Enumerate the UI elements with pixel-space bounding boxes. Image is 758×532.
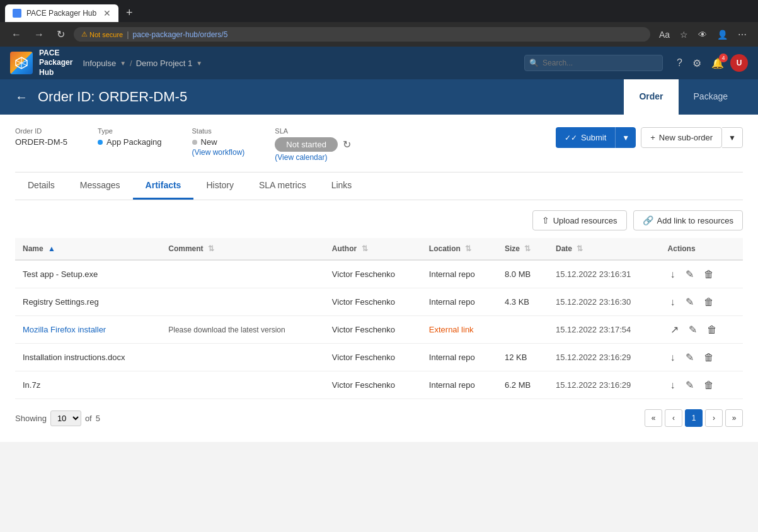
view-calendar-link[interactable]: (View calendar): [275, 153, 351, 162]
view-workflow-link[interactable]: (View workflow): [192, 148, 245, 157]
page-header: ← Order ID: ORDER-DM-5 Order Package: [0, 79, 758, 115]
col-name[interactable]: Name ▲: [15, 238, 161, 260]
actions-cell: ↓✎🗑: [668, 378, 735, 392]
browser-tab-active[interactable]: PACE Packager Hub ✕: [5, 4, 118, 22]
delete-btn[interactable]: 🗑: [704, 323, 720, 337]
location-cell: External link: [429, 325, 474, 334]
app-logo-text: PACE Packager Hub: [39, 48, 72, 78]
date-cell: 15.12.2022 23:16:30: [548, 288, 660, 316]
sort-icon-date: ⇅: [577, 244, 583, 253]
first-page-btn[interactable]: «: [645, 409, 662, 427]
browser-menu-btn[interactable]: ⋯: [734, 27, 750, 42]
back-btn[interactable]: ←: [15, 90, 28, 105]
search-input[interactable]: [524, 55, 663, 71]
order-id-field: Order ID ORDER-DM-5: [15, 127, 67, 147]
showing-text: Showing 10 25 50 of 5: [15, 410, 100, 426]
table-row: In.7zVictor FeschenkoInternal repo6.2 MB…: [15, 371, 743, 399]
edit-btn[interactable]: ✎: [683, 350, 696, 365]
tab-artifacts[interactable]: Artifacts: [133, 173, 194, 200]
date-cell: 15.12.2022 23:16:29: [548, 371, 660, 399]
browser-collections-btn[interactable]: 👁: [694, 27, 711, 42]
breadcrumb-project-link[interactable]: Demo Project 1: [136, 59, 193, 68]
breadcrumb-org-link[interactable]: Infopulse: [83, 59, 116, 68]
tab-order[interactable]: Order: [624, 79, 678, 115]
submit-btn[interactable]: ✓✓ Submit: [556, 127, 615, 148]
order-id-label: Order ID: [15, 127, 67, 135]
sort-icon-author: ⇅: [362, 244, 368, 253]
delete-btn[interactable]: 🗑: [701, 351, 716, 365]
browser-read-mode-btn[interactable]: Aa: [655, 27, 674, 42]
submit-arrow-btn[interactable]: ▼: [615, 127, 636, 148]
browser-url: pace-packager-hub/orders/5: [133, 30, 228, 39]
next-page-btn[interactable]: ›: [705, 409, 723, 427]
file-name: In.7z: [23, 380, 40, 390]
browser-favorites-btn[interactable]: ☆: [676, 27, 692, 42]
artifacts-toolbar: ⇧ Upload resources 🔗 Add link to resourc…: [15, 200, 743, 238]
table-row: Installation instructions.docxVictor Fes…: [15, 344, 743, 371]
col-author[interactable]: Author ⇅: [324, 238, 422, 260]
edit-btn[interactable]: ✎: [686, 322, 699, 337]
browser-profile-btn[interactable]: 👤: [713, 27, 732, 42]
table-row: Test app - Setup.exeVictor FeschenkoInte…: [15, 260, 743, 288]
prev-page-btn[interactable]: ‹: [665, 409, 682, 427]
tab-close-btn[interactable]: ✕: [103, 8, 111, 18]
browser-tab-bar: PACE Packager Hub ✕ +: [0, 0, 758, 22]
file-name: Test app - Setup.exe: [23, 269, 98, 279]
col-date[interactable]: Date ⇅: [548, 238, 660, 260]
browser-back-btn[interactable]: ←: [8, 26, 25, 43]
browser-forward-btn[interactable]: →: [30, 26, 48, 43]
download-btn[interactable]: ↓: [668, 351, 678, 365]
app-breadcrumb: Infopulse ▼ / Demo Project 1 ▼: [83, 59, 202, 68]
page-1-btn[interactable]: 1: [685, 409, 703, 427]
col-location[interactable]: Location ⇅: [422, 238, 497, 260]
submit-btn-wrap: ✓✓ Submit ▼: [556, 127, 636, 148]
browser-nav-bar: ← → ↻ ⚠ Not secure | pace-packager-hub/o…: [0, 22, 758, 47]
col-comment[interactable]: Comment ⇅: [161, 238, 324, 260]
add-link-btn[interactable]: 🔗 Add link to resources: [633, 210, 743, 230]
type-field: Type App Packaging: [98, 127, 161, 147]
notifications-btn[interactable]: 🔔 4: [708, 54, 728, 73]
delete-btn[interactable]: 🗑: [701, 378, 716, 392]
tab-links[interactable]: Links: [319, 173, 365, 200]
status-field: Status New (View workflow): [192, 127, 245, 157]
breadcrumb-sep: /: [130, 59, 132, 68]
download-btn[interactable]: ↓: [668, 268, 678, 281]
tab-package[interactable]: Package: [679, 79, 743, 115]
new-tab-btn[interactable]: +: [121, 4, 138, 22]
tab-history[interactable]: History: [193, 173, 246, 200]
edit-btn[interactable]: ✎: [683, 267, 696, 281]
new-sub-order-arrow-btn[interactable]: ▼: [722, 127, 743, 148]
sort-icon-location: ⇅: [465, 244, 471, 253]
external-link-btn[interactable]: ↗: [668, 322, 681, 337]
last-page-btn[interactable]: »: [725, 409, 743, 427]
actions-cell: ↗✎🗑: [668, 322, 735, 337]
avatar[interactable]: U: [730, 54, 748, 72]
edit-btn[interactable]: ✎: [683, 378, 696, 392]
chevron-icon-2: ▼: [196, 60, 202, 67]
file-link[interactable]: Mozilla Firefox installer: [23, 325, 106, 334]
tab-details[interactable]: Details: [15, 173, 67, 200]
order-id-value: ORDER-DM-5: [15, 137, 67, 147]
upload-resources-btn[interactable]: ⇧ Upload resources: [532, 210, 627, 230]
size-cell: 12 KB: [497, 344, 548, 371]
col-size[interactable]: Size ⇅: [497, 238, 548, 260]
new-sub-order-wrap: + New sub-order ▼: [641, 127, 743, 148]
tab-sla-metrics[interactable]: SLA metrics: [246, 173, 319, 200]
browser-refresh-btn[interactable]: ↻: [53, 26, 69, 43]
delete-btn[interactable]: 🗑: [701, 295, 716, 309]
browser-address-bar[interactable]: ⚠ Not secure | pace-packager-hub/orders/…: [74, 27, 650, 42]
new-sub-order-btn[interactable]: + New sub-order: [641, 127, 722, 148]
pagination-bar: Showing 10 25 50 of 5 « ‹ 1 › »: [15, 399, 743, 427]
tab-messages[interactable]: Messages: [67, 173, 133, 200]
sla-section: Not started ↻: [275, 137, 351, 152]
sla-refresh-btn[interactable]: ↻: [343, 139, 351, 150]
per-page-select[interactable]: 10 25 50: [50, 410, 81, 426]
download-btn[interactable]: ↓: [668, 295, 678, 309]
download-btn[interactable]: ↓: [668, 378, 678, 392]
page-tabs: Order Package: [624, 79, 743, 115]
edit-btn[interactable]: ✎: [683, 295, 696, 309]
help-btn[interactable]: ?: [673, 54, 686, 72]
size-cell: [497, 316, 548, 344]
delete-btn[interactable]: 🗑: [701, 268, 716, 281]
settings-btn[interactable]: ⚙: [689, 54, 705, 73]
